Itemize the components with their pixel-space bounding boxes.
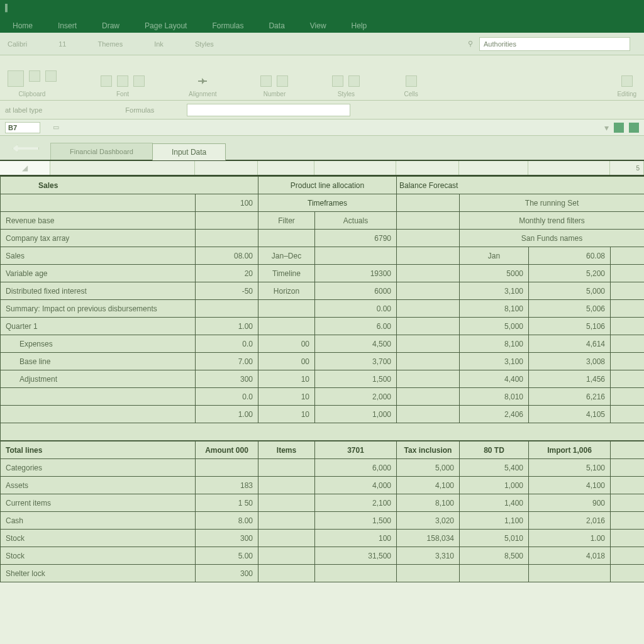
row-r6: Summary: Impact on previous disbursement…	[1, 300, 645, 318]
view-icon-1[interactable]	[614, 123, 624, 133]
number-format-icon[interactable]	[260, 75, 272, 87]
row-r12: 1.00 10 1,000 2,406 4,105	[1, 406, 645, 423]
percent-icon[interactable]	[277, 75, 288, 87]
ribbon-group-number: Number	[260, 75, 288, 97]
sub-mid: Timeframes	[258, 194, 397, 212]
font-name[interactable]: Calibri	[8, 40, 27, 48]
styles[interactable]: Styles	[195, 40, 214, 48]
tab-insert[interactable]: Insert	[49, 19, 86, 33]
col-h-value: 5	[636, 165, 640, 172]
lower-row: Assets 183 4,000 4,100 1,000 4,100	[1, 477, 645, 494]
tab-data[interactable]: Data	[260, 19, 293, 33]
sheet-tab-dashboard[interactable]: Financial Dashboard	[50, 143, 153, 160]
conditional-icon[interactable]	[332, 75, 343, 87]
bold-icon[interactable]	[101, 75, 112, 87]
col-e[interactable]	[396, 161, 459, 175]
themes[interactable]: Themes	[97, 40, 123, 48]
sales-title: Sales	[1, 177, 258, 194]
col-g[interactable]	[528, 161, 610, 175]
insert-cells-icon[interactable]	[406, 75, 417, 87]
lower-row: Stock 5.00 31,500 3,310 8,500 4,018	[1, 547, 645, 565]
ribbon-group-cells: Cells	[404, 75, 418, 97]
search-icon: ⚲	[468, 40, 473, 48]
arrow-icon[interactable]	[197, 75, 208, 87]
title-bar: ▌	[0, 0, 644, 15]
table-lower[interactable]: Total lines Amount 000 Items 3701 Tax in…	[0, 441, 644, 582]
formula-input[interactable]	[187, 104, 350, 116]
sort-icon[interactable]	[621, 75, 633, 87]
row-spacer	[1, 423, 645, 441]
formula-label-mid: Formulas	[125, 106, 154, 114]
copy-icon[interactable]	[45, 70, 57, 82]
tab-draw[interactable]: Draw	[93, 19, 128, 33]
underline-icon[interactable]	[133, 75, 145, 87]
tab-home[interactable]: Home	[4, 19, 42, 33]
ribbon-group-editing: Editing	[617, 75, 636, 97]
col-f[interactable]	[459, 161, 528, 175]
search-placeholder: Authorities	[484, 40, 516, 48]
col-d[interactable]	[314, 161, 396, 175]
row-sub2: Revenue base Filter Actuals Monthly tren…	[1, 212, 645, 230]
chevron-down-icon[interactable]: ▾	[604, 123, 609, 133]
sheet-tab-strip: Financial Dashboard Input Data	[0, 136, 644, 161]
row-r5: Distributed fixed interest -50 Horizon 6…	[1, 282, 645, 300]
fx-icon[interactable]: ▭	[53, 123, 59, 131]
lower-row: Shelter lock 300	[1, 565, 645, 582]
row-r7: Quarter 1 1.00 6.00 5,000 5,106	[1, 318, 645, 335]
ink[interactable]: Ink	[154, 40, 164, 48]
name-box[interactable]: B7	[5, 122, 40, 133]
sheet-tab-label: Input Data	[172, 148, 206, 157]
cut-icon[interactable]	[29, 70, 40, 82]
table-upper[interactable]: Sales Product line allocation Balance Fo…	[0, 176, 644, 441]
grid-upper: Sales Product line allocation Balance Fo…	[0, 176, 644, 582]
row-r10: Adjustment 300 10 1,500 4,400 1,456	[1, 370, 645, 388]
ribbon-tabs: Home Insert Draw Page Layout Formulas Da…	[0, 15, 644, 33]
row-r9: Base line 7.00 00 3,700 3,100 3,008	[1, 353, 645, 370]
col-h[interactable]: 5	[610, 161, 644, 175]
tab-help[interactable]: Help	[343, 19, 376, 33]
lower-row: Current items 1 50 2,100 8,100 1,400 900	[1, 494, 645, 512]
right-sub2: Monthly trend filters	[460, 212, 644, 230]
lower-header-row: Total lines Amount 000 Items 3701 Tax in…	[1, 441, 645, 459]
tab-view[interactable]: View	[301, 19, 335, 33]
tab-formulas[interactable]: Formulas	[203, 19, 252, 33]
tell-me-search[interactable]: Authorities	[479, 37, 630, 51]
col-b[interactable]	[195, 161, 258, 175]
lower-row: Stock 300 100 158,034 5,010 1.00	[1, 530, 645, 547]
italic-icon[interactable]	[117, 75, 128, 87]
sheet-tab-inputdata[interactable]: Input Data	[152, 143, 226, 160]
row-r8: Expenses 0.0 00 4,500 8,100 4,614	[1, 335, 645, 353]
sub-ribbon: Calibri 11 Themes Ink Styles ⚲ Authoriti…	[0, 33, 644, 55]
ribbon-group-styles: Styles	[332, 75, 360, 97]
lower-row: Cash 8.00 1,500 3,020 1,100 2,016	[1, 512, 645, 530]
cell-reference: B7	[8, 124, 17, 131]
namebox-row: B7 ▭ ▾	[0, 119, 644, 136]
col-c[interactable]	[258, 161, 314, 175]
app-icon: ▌	[5, 4, 10, 11]
font-size[interactable]: 11	[58, 40, 66, 48]
tab-pagelayout[interactable]: Page Layout	[136, 19, 196, 33]
formula-row: at label type Formulas	[0, 101, 644, 119]
row-r4: Variable age 20 Timeline 19300 5000 5,20…	[1, 265, 645, 282]
col-a[interactable]	[50, 161, 195, 175]
select-all-corner[interactable]: ◢	[0, 161, 50, 175]
table-icon[interactable]	[348, 75, 360, 87]
r1-label: Revenue base	[1, 212, 196, 230]
ribbon: Clipboard Font Alignment Number Styles	[0, 55, 644, 101]
r1-f: Actuals	[315, 212, 397, 230]
row-sub1: 100 Timeframes The running Set	[1, 194, 645, 212]
lower-row: Categories 6,000 5,000 5,400 5,100	[1, 459, 645, 477]
row-r2: Company tax array 6790 San Funds names	[1, 230, 645, 247]
right-sub1: The running Set	[460, 194, 644, 212]
sheet-tab-label: Financial Dashboard	[70, 148, 133, 155]
row-r3: Sales 08.00 Jan–Dec Jan 60.08	[1, 247, 645, 265]
ribbon-group-alignment: Alignment	[189, 75, 216, 97]
row-r11: 0.0 10 2,000 8,010 6,216	[1, 388, 645, 406]
corner-icon: ◢	[22, 164, 28, 172]
view-icon-2[interactable]	[629, 123, 639, 133]
sub1-value: 100	[196, 194, 258, 212]
ribbon-group-font: Font	[101, 75, 145, 97]
column-headers: ◢ 5	[0, 161, 644, 176]
ribbon-group-clipboard: Clipboard	[8, 70, 57, 97]
paste-icon[interactable]	[8, 70, 24, 87]
